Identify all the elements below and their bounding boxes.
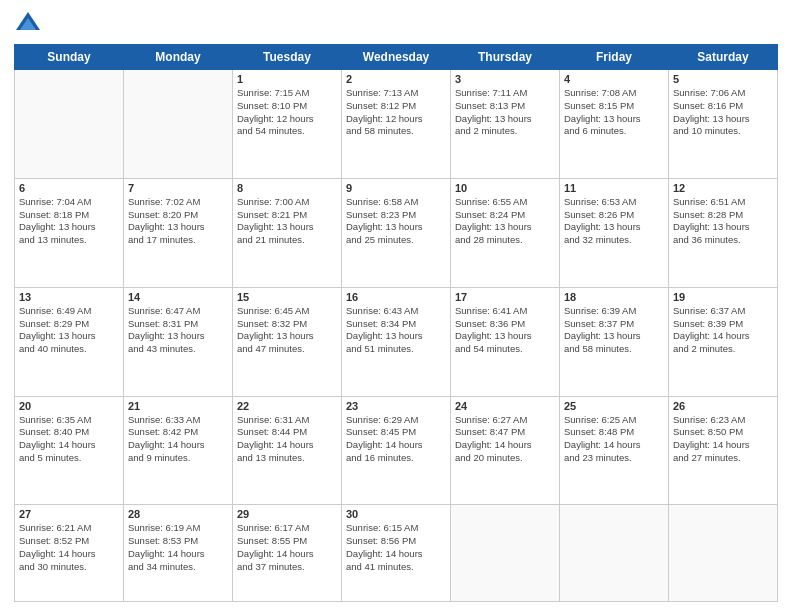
day-info-line: Daylight: 13 hours — [128, 221, 228, 234]
day-info-line: Sunrise: 7:00 AM — [237, 196, 337, 209]
day-info-line: and 20 minutes. — [455, 452, 555, 465]
calendar-cell: 5Sunrise: 7:06 AMSunset: 8:16 PMDaylight… — [669, 70, 778, 179]
day-header-wednesday: Wednesday — [342, 45, 451, 70]
day-header-monday: Monday — [124, 45, 233, 70]
day-info-line: Sunrise: 6:17 AM — [237, 522, 337, 535]
day-info: Sunrise: 6:27 AMSunset: 8:47 PMDaylight:… — [455, 414, 555, 465]
day-info-line: Sunset: 8:16 PM — [673, 100, 773, 113]
day-info-line: Sunrise: 6:45 AM — [237, 305, 337, 318]
day-info-line: Sunrise: 6:37 AM — [673, 305, 773, 318]
day-info-line: Sunrise: 6:19 AM — [128, 522, 228, 535]
day-info-line: Sunset: 8:10 PM — [237, 100, 337, 113]
day-info: Sunrise: 6:31 AMSunset: 8:44 PMDaylight:… — [237, 414, 337, 465]
day-info-line: Sunrise: 7:08 AM — [564, 87, 664, 100]
day-info-line: Daylight: 13 hours — [564, 330, 664, 343]
day-info-line: Sunrise: 6:58 AM — [346, 196, 446, 209]
day-info-line: and 30 minutes. — [19, 561, 119, 574]
day-info-line: and 10 minutes. — [673, 125, 773, 138]
day-info: Sunrise: 6:51 AMSunset: 8:28 PMDaylight:… — [673, 196, 773, 247]
day-info-line: Daylight: 13 hours — [237, 330, 337, 343]
day-info-line: Sunrise: 6:53 AM — [564, 196, 664, 209]
calendar-cell: 17Sunrise: 6:41 AMSunset: 8:36 PMDayligh… — [451, 287, 560, 396]
day-info-line: and 21 minutes. — [237, 234, 337, 247]
calendar-cell: 18Sunrise: 6:39 AMSunset: 8:37 PMDayligh… — [560, 287, 669, 396]
day-info-line: Sunrise: 6:15 AM — [346, 522, 446, 535]
day-number: 16 — [346, 291, 446, 303]
day-info-line: Daylight: 13 hours — [237, 221, 337, 234]
day-info-line: Sunset: 8:28 PM — [673, 209, 773, 222]
day-info-line: Sunrise: 6:41 AM — [455, 305, 555, 318]
day-info-line: and 54 minutes. — [237, 125, 337, 138]
day-info-line: Daylight: 14 hours — [346, 439, 446, 452]
day-info-line: Daylight: 13 hours — [455, 330, 555, 343]
day-info: Sunrise: 7:04 AMSunset: 8:18 PMDaylight:… — [19, 196, 119, 247]
day-number: 24 — [455, 400, 555, 412]
day-info-line: Daylight: 14 hours — [673, 330, 773, 343]
day-info-line: and 34 minutes. — [128, 561, 228, 574]
day-number: 28 — [128, 508, 228, 520]
day-info-line: and 9 minutes. — [128, 452, 228, 465]
day-info-line: Sunset: 8:24 PM — [455, 209, 555, 222]
day-number: 1 — [237, 73, 337, 85]
day-info-line: and 40 minutes. — [19, 343, 119, 356]
calendar-cell: 3Sunrise: 7:11 AMSunset: 8:13 PMDaylight… — [451, 70, 560, 179]
day-info-line: Daylight: 13 hours — [455, 221, 555, 234]
day-number: 19 — [673, 291, 773, 303]
header — [14, 10, 778, 38]
calendar-cell: 20Sunrise: 6:35 AMSunset: 8:40 PMDayligh… — [15, 396, 124, 505]
day-info-line: Daylight: 14 hours — [19, 548, 119, 561]
calendar-cell: 22Sunrise: 6:31 AMSunset: 8:44 PMDayligh… — [233, 396, 342, 505]
day-info: Sunrise: 6:17 AMSunset: 8:55 PMDaylight:… — [237, 522, 337, 573]
day-info-line: Sunset: 8:53 PM — [128, 535, 228, 548]
day-info-line: and 16 minutes. — [346, 452, 446, 465]
day-info-line: Daylight: 12 hours — [237, 113, 337, 126]
day-info-line: Sunrise: 6:43 AM — [346, 305, 446, 318]
calendar-cell: 21Sunrise: 6:33 AMSunset: 8:42 PMDayligh… — [124, 396, 233, 505]
day-info-line: Daylight: 14 hours — [19, 439, 119, 452]
day-header-saturday: Saturday — [669, 45, 778, 70]
day-info-line: Sunset: 8:47 PM — [455, 426, 555, 439]
day-info-line: Sunrise: 6:25 AM — [564, 414, 664, 427]
day-info-line: Sunset: 8:21 PM — [237, 209, 337, 222]
day-info: Sunrise: 6:49 AMSunset: 8:29 PMDaylight:… — [19, 305, 119, 356]
logo — [14, 10, 46, 38]
day-number: 21 — [128, 400, 228, 412]
day-info-line: and 23 minutes. — [564, 452, 664, 465]
calendar-cell — [124, 70, 233, 179]
day-number: 26 — [673, 400, 773, 412]
day-number: 3 — [455, 73, 555, 85]
day-info-line: and 28 minutes. — [455, 234, 555, 247]
day-number: 12 — [673, 182, 773, 194]
day-info-line: Sunrise: 6:31 AM — [237, 414, 337, 427]
day-info: Sunrise: 6:58 AMSunset: 8:23 PMDaylight:… — [346, 196, 446, 247]
day-number: 13 — [19, 291, 119, 303]
day-info-line: Sunrise: 6:33 AM — [128, 414, 228, 427]
calendar-cell: 19Sunrise: 6:37 AMSunset: 8:39 PMDayligh… — [669, 287, 778, 396]
day-info: Sunrise: 7:15 AMSunset: 8:10 PMDaylight:… — [237, 87, 337, 138]
day-number: 11 — [564, 182, 664, 194]
day-info-line: Daylight: 12 hours — [346, 113, 446, 126]
day-info-line: Sunrise: 6:21 AM — [19, 522, 119, 535]
day-info-line: Sunrise: 7:11 AM — [455, 87, 555, 100]
day-info: Sunrise: 6:35 AMSunset: 8:40 PMDaylight:… — [19, 414, 119, 465]
day-info: Sunrise: 6:29 AMSunset: 8:45 PMDaylight:… — [346, 414, 446, 465]
day-info-line: Daylight: 14 hours — [455, 439, 555, 452]
day-info-line: Daylight: 13 hours — [673, 221, 773, 234]
day-info-line: Daylight: 14 hours — [128, 439, 228, 452]
day-info-line: Sunrise: 6:47 AM — [128, 305, 228, 318]
day-info-line: and 58 minutes. — [346, 125, 446, 138]
calendar-week-5: 27Sunrise: 6:21 AMSunset: 8:52 PMDayligh… — [15, 505, 778, 602]
day-info: Sunrise: 7:06 AMSunset: 8:16 PMDaylight:… — [673, 87, 773, 138]
day-info-line: Sunrise: 7:02 AM — [128, 196, 228, 209]
day-info-line: Sunset: 8:13 PM — [455, 100, 555, 113]
day-number: 2 — [346, 73, 446, 85]
day-info-line: Daylight: 13 hours — [564, 221, 664, 234]
day-info-line: Sunset: 8:23 PM — [346, 209, 446, 222]
day-info-line: and 36 minutes. — [673, 234, 773, 247]
day-info-line: Sunrise: 6:51 AM — [673, 196, 773, 209]
day-info-line: Sunrise: 6:49 AM — [19, 305, 119, 318]
day-number: 6 — [19, 182, 119, 194]
day-info-line: and 17 minutes. — [128, 234, 228, 247]
logo-icon — [14, 10, 42, 38]
calendar-week-2: 6Sunrise: 7:04 AMSunset: 8:18 PMDaylight… — [15, 178, 778, 287]
